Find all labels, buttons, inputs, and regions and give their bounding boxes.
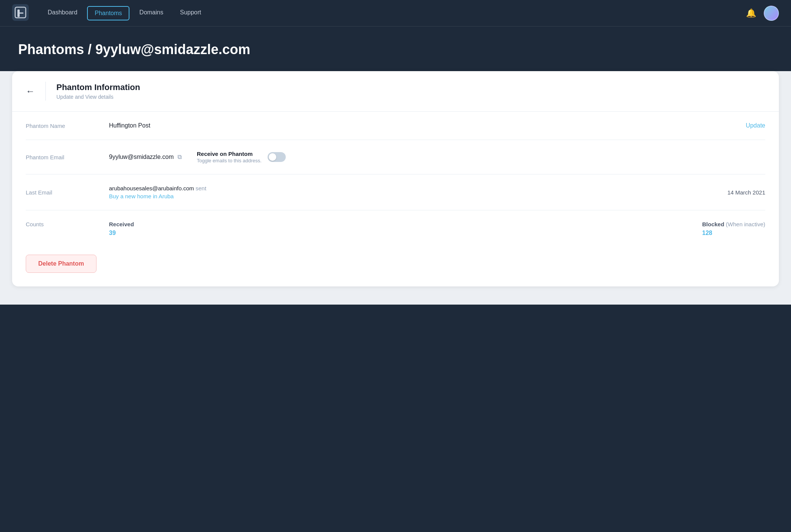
nav-support[interactable]: Support (173, 6, 208, 20)
phantom-email-section: 9yyluw@smidazzle.com ⧉ Receive on Phanto… (109, 151, 765, 163)
last-email-from: arubahousesales@arubainfo.com sent (109, 185, 727, 191)
update-action: Update (746, 122, 765, 129)
card-title: Phantom Information (56, 82, 140, 92)
email-value-group: 9yyluw@smidazzle.com ⧉ (109, 154, 182, 160)
last-email-sent-word: sent (196, 185, 206, 191)
counts-row: Counts Received 39 Blocked (When inactiv… (26, 210, 765, 247)
phantom-name-value: Huffington Post (109, 122, 746, 129)
receive-toggle[interactable] (268, 152, 286, 162)
nav-domains[interactable]: Domains (132, 6, 170, 20)
avatar[interactable] (764, 6, 779, 21)
card-container: ← Phantom Information Update and View de… (0, 71, 791, 305)
page-title: Phantoms / 9yyluw@smidazzle.com (18, 42, 773, 58)
last-email-sender: arubahousesales@arubainfo.com (109, 185, 194, 191)
receive-text: Receive on Phantom Toggle emails to this… (197, 151, 262, 163)
phantom-name-label: Phantom Name (26, 123, 109, 129)
header-divider (45, 82, 46, 101)
page-header: Phantoms / 9yyluw@smidazzle.com (0, 26, 791, 71)
blocked-sub-text: (When inactive) (726, 221, 765, 227)
nav-dashboard[interactable]: Dashboard (41, 6, 84, 20)
received-label: Received (109, 221, 134, 227)
copy-icon[interactable]: ⧉ (178, 154, 182, 160)
counts-section: Received 39 Blocked (When inactive) 128 (109, 221, 765, 236)
blocked-label: Blocked (When inactive) (702, 221, 765, 227)
navbar: Dashboard Phantoms Domains Support 🔔 (0, 0, 791, 26)
receive-subtitle: Toggle emails to this address. (197, 158, 262, 163)
delete-phantom-button[interactable]: Delete Phantom (26, 255, 97, 273)
received-value: 39 (109, 230, 116, 236)
card-header: ← Phantom Information Update and View de… (12, 71, 779, 112)
back-button[interactable]: ← (26, 86, 35, 96)
card-footer: Delete Phantom (12, 247, 779, 286)
card-body: Phantom Name Huffington Post Update Phan… (12, 112, 779, 247)
blocked-count: Blocked (When inactive) 128 (702, 221, 765, 236)
last-email-subject[interactable]: Buy a new home in Aruba (109, 193, 727, 199)
phantom-email-label: Phantom Email (26, 154, 109, 160)
nav-phantoms[interactable]: Phantoms (87, 6, 129, 20)
receive-title: Receive on Phantom (197, 151, 262, 157)
nav-links: Dashboard Phantoms Domains Support (41, 6, 746, 20)
phantom-info-card: ← Phantom Information Update and View de… (12, 71, 779, 286)
receive-section: Receive on Phantom Toggle emails to this… (197, 151, 286, 163)
bell-icon[interactable]: 🔔 (746, 8, 756, 18)
card-subtitle: Update and View details (56, 94, 140, 100)
toggle-slider (268, 152, 286, 162)
blocked-label-text: Blocked (702, 221, 724, 227)
blocked-value: 128 (702, 230, 712, 236)
update-button[interactable]: Update (746, 122, 765, 129)
phantom-email-row: Phantom Email 9yyluw@smidazzle.com ⧉ Rec… (26, 140, 765, 174)
phantom-email-value: 9yyluw@smidazzle.com (109, 154, 174, 160)
phantom-name-row: Phantom Name Huffington Post Update (26, 112, 765, 140)
card-header-text: Phantom Information Update and View deta… (56, 82, 140, 100)
logo[interactable] (12, 4, 29, 22)
received-count: Received 39 (109, 221, 134, 236)
counts-label: Counts (26, 221, 109, 227)
svg-rect-3 (17, 12, 23, 14)
last-email-content: arubahousesales@arubainfo.com sent Buy a… (109, 185, 727, 199)
last-email-date: 14 March 2021 (727, 189, 765, 196)
last-email-row: Last Email arubahousesales@arubainfo.com… (26, 174, 765, 210)
nav-right: 🔔 (746, 6, 779, 21)
last-email-label: Last Email (26, 189, 109, 196)
